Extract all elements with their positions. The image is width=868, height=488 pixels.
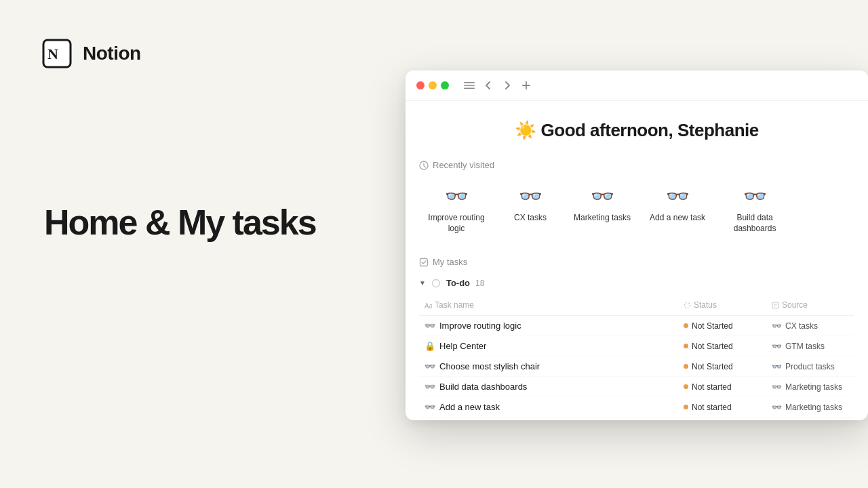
todo-circle-icon <box>431 279 441 288</box>
status-text-0: Not Started <box>692 321 733 331</box>
task-row-0[interactable]: 👓 Improve routing logic Not Started 👓 CX <box>419 316 854 336</box>
app-window: ☀️ Good afternoon, Stephanie Recently vi… <box>406 70 868 420</box>
todo-label: To-do <box>446 278 470 288</box>
status-badge-2: Not Started <box>684 362 733 371</box>
rv-item-0[interactable]: 👓 Improve routing logic <box>416 178 496 241</box>
th-status-icon <box>684 302 691 309</box>
rv-label-1: CX tasks <box>514 213 547 224</box>
rv-item-2[interactable]: 👓 Marketing tasks <box>564 178 640 241</box>
source-name-4: Marketing tasks <box>785 403 842 412</box>
maximize-button[interactable] <box>441 81 449 89</box>
svg-text:Aa: Aa <box>425 302 432 309</box>
add-icon[interactable] <box>519 79 533 92</box>
back-icon[interactable] <box>481 79 495 92</box>
recently-visited-header: Recently visited <box>406 155 868 178</box>
status-badge-0: Not Started <box>684 321 733 331</box>
svg-point-7 <box>432 279 439 287</box>
task-row-1[interactable]: 🔒 Help Center Not Started 👓 GTM tasks <box>419 336 854 357</box>
task-cell-source-1: 👓 GTM tasks <box>766 337 854 356</box>
source-name-3: Marketing tasks <box>785 382 842 392</box>
page-title: Home & My tasks <box>44 203 316 242</box>
status-badge-4: Not started <box>684 403 732 412</box>
th-source-icon <box>772 302 779 309</box>
rv-item-1[interactable]: 👓 CX tasks <box>496 178 564 241</box>
task-cell-name-2: 👓 Choose most stylish chair <box>419 357 678 376</box>
task-row-4[interactable]: 👓 Add a new task Not started 👓 Marketing <box>419 397 854 418</box>
forward-icon[interactable] <box>500 79 514 92</box>
task-row-5[interactable]: 👓 Review research results Not started 👓 … <box>419 418 854 420</box>
svg-rect-3 <box>464 85 475 86</box>
rv-icon-1: 👓 <box>519 185 542 207</box>
rv-icon-3: 👓 <box>666 185 690 207</box>
tasks-table: Aa Task name Status Source <box>419 295 854 420</box>
greeting-text: ☀️ Good afternoon, Stephanie <box>515 120 758 140</box>
rv-icon-4: 👓 <box>743 185 767 207</box>
task-cell-status-1: Not Started <box>678 337 766 356</box>
hamburger-icon[interactable] <box>462 79 476 92</box>
svg-rect-2 <box>464 82 475 83</box>
my-tasks-label: My tasks <box>433 257 467 267</box>
task-cell-source-0: 👓 CX tasks <box>766 317 854 336</box>
task-cell-name-1: 🔒 Help Center <box>419 336 678 356</box>
task-row-2[interactable]: 👓 Choose most stylish chair Not Started … <box>419 357 854 377</box>
source-icon-4: 👓 <box>772 403 782 412</box>
task-name-2: Choose most stylish chair <box>439 361 540 371</box>
traffic-lights <box>416 81 449 89</box>
svg-text:N: N <box>47 45 58 62</box>
task-name-4: Add a new task <box>439 402 500 412</box>
task-icon-4: 👓 <box>425 402 435 412</box>
my-tasks-title: My tasks <box>419 257 854 267</box>
recently-visited-items: 👓 Improve routing logic 👓 CX tasks 👓 Mar… <box>406 178 868 257</box>
status-dot-0 <box>684 323 688 328</box>
task-cell-source-5: 👓 Marketing tasks <box>766 418 854 420</box>
notion-logo-icon: N <box>41 37 73 70</box>
clock-icon <box>419 161 429 170</box>
task-icon-3: 👓 <box>425 382 435 392</box>
checkbox-icon <box>419 258 429 267</box>
task-icon-0: 👓 <box>425 321 435 331</box>
table-body: 👓 Improve routing logic Not Started 👓 CX <box>419 316 854 420</box>
task-cell-status-0: Not Started <box>678 317 766 336</box>
rv-item-4[interactable]: 👓 Build data dashboards <box>715 178 795 241</box>
source-name-0: CX tasks <box>785 321 818 331</box>
source-icon-1: 👓 <box>772 342 782 351</box>
rv-icon-0: 👓 <box>445 185 469 207</box>
title-bar <box>406 70 868 101</box>
title-bar-controls <box>462 79 533 92</box>
rv-label-0: Improve routing logic <box>426 213 487 234</box>
rv-label-3: Add a new task <box>650 213 705 224</box>
th-status-label: Status <box>694 300 717 310</box>
task-cell-name-5: 👓 Review research results <box>419 418 678 420</box>
status-badge-1: Not Started <box>684 342 733 351</box>
task-name-0: Improve routing logic <box>439 321 521 331</box>
status-text-3: Not started <box>692 382 732 392</box>
status-dot-4 <box>684 405 688 409</box>
th-text-icon: Aa <box>425 302 432 309</box>
task-icon-2: 👓 <box>425 361 435 371</box>
table-header: Aa Task name Status Source <box>419 295 854 316</box>
status-dot-2 <box>684 364 688 369</box>
rv-item-3[interactable]: 👓 Add a new task <box>640 178 715 241</box>
source-icon-2: 👓 <box>772 362 782 371</box>
rv-label-4: Build data dashboards <box>724 213 785 234</box>
th-task-name-label: Task name <box>435 300 474 310</box>
toggle-arrow-icon[interactable]: ▼ <box>419 279 426 287</box>
brand-name: Notion <box>83 43 141 64</box>
rv-label-2: Marketing tasks <box>574 213 631 224</box>
task-cell-source-3: 👓 Marketing tasks <box>766 378 854 396</box>
task-name-1: Help Center <box>439 341 486 351</box>
task-cell-source-4: 👓 Marketing tasks <box>766 398 854 417</box>
task-name-3: Build data dashboards <box>439 382 527 392</box>
th-source: Source <box>766 298 854 312</box>
task-cell-status-2: Not Started <box>678 357 766 376</box>
minimize-button[interactable] <box>429 81 437 89</box>
task-cell-name-4: 👓 Add a new task <box>419 397 678 417</box>
task-cell-status-4: Not started <box>678 398 766 417</box>
content-area: ☀️ Good afternoon, Stephanie Recently vi… <box>406 101 868 420</box>
close-button[interactable] <box>416 81 425 89</box>
task-cell-source-2: 👓 Product tasks <box>766 357 854 376</box>
status-text-4: Not started <box>692 403 732 412</box>
task-row-3[interactable]: 👓 Build data dashboards Not started 👓 Ma… <box>419 377 854 397</box>
task-icon-1: 🔒 <box>425 341 435 351</box>
status-text-1: Not Started <box>692 342 733 351</box>
